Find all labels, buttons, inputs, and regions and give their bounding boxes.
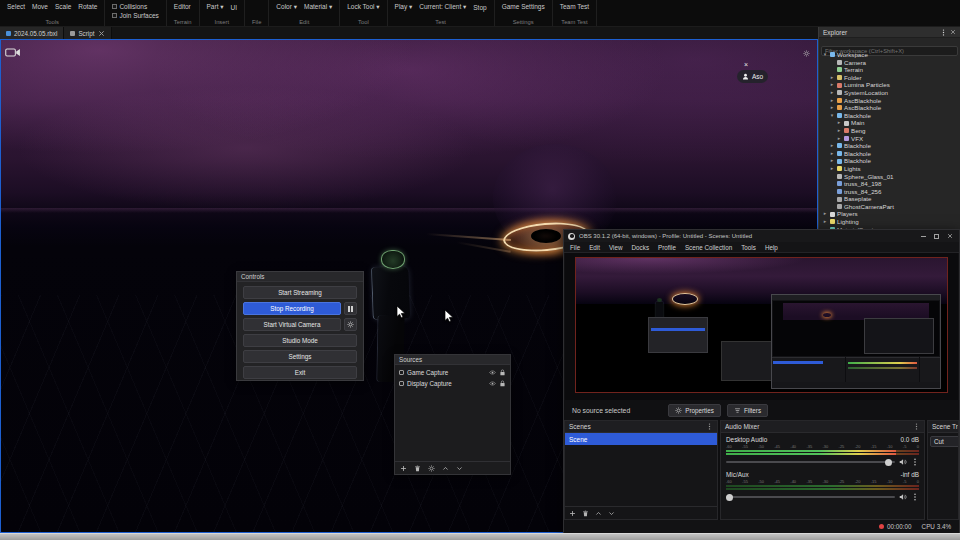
toolbar-item-move[interactable]: Move [32, 3, 48, 10]
kebab-menu-icon[interactable] [913, 423, 920, 430]
checkbox-icon[interactable] [112, 13, 117, 18]
menu-profile[interactable]: Profile [658, 244, 676, 251]
settings-button[interactable]: Settings [243, 350, 357, 363]
source-item-game-capture[interactable]: Game Capture [395, 367, 510, 378]
tree-item-blackhole[interactable]: ▸Blackhole [819, 142, 960, 150]
close-icon[interactable] [98, 30, 105, 37]
toolbar-item-scale[interactable]: Scale [55, 3, 71, 10]
tree-arrow-icon[interactable]: ▾ [822, 51, 828, 59]
tab-script[interactable]: Script [64, 27, 111, 39]
tree-item-lumina-particles[interactable]: ▸Lumina Particles [819, 81, 960, 89]
lock-icon[interactable] [499, 369, 506, 376]
checkbox-icon[interactable] [112, 4, 117, 9]
start-virtual-camera-button[interactable]: Start Virtual Camera [243, 318, 341, 331]
tree-item-blackhole[interactable]: ▾Blackhole [819, 112, 960, 120]
tree-item-blackhole[interactable]: ▸Blackhole [819, 157, 960, 165]
pause-recording-button[interactable] [344, 302, 357, 315]
eye-icon[interactable] [489, 380, 496, 387]
stop-recording-button[interactable]: Stop Recording [243, 302, 341, 315]
kebab-icon[interactable] [911, 493, 919, 501]
plus-icon[interactable] [400, 465, 407, 472]
tree-arrow-icon[interactable]: ▸ [829, 157, 835, 165]
chevdown-icon[interactable] [456, 465, 463, 472]
transition-select[interactable]: Cut [930, 436, 959, 447]
toolbar-item-ui[interactable]: UI [231, 4, 238, 11]
tree-item-beng[interactable]: ▸Beng [819, 127, 960, 135]
source-item-display-capture[interactable]: Display Capture [395, 378, 510, 389]
menu-view[interactable]: View [609, 244, 623, 251]
tab-2024-05-05-rbxl[interactable]: 2024.05.05.rbxl [0, 27, 64, 39]
tree-arrow-icon[interactable]: ▸ [829, 89, 835, 97]
tree-item-systemlocation[interactable]: ▸SystemLocation [819, 89, 960, 97]
tree-arrow-icon[interactable]: ▸ [822, 218, 828, 226]
speaker-icon[interactable] [899, 458, 907, 466]
tree-arrow-icon[interactable]: ▸ [829, 165, 835, 173]
menu-scene-collection[interactable]: Scene Collection [685, 244, 732, 251]
tree-arrow-icon[interactable]: ▸ [829, 81, 835, 89]
toolbar-item-join-surfaces[interactable]: Join Surfaces [112, 12, 158, 19]
virtual-camera-config-button[interactable] [344, 318, 357, 331]
tree-item-lighting[interactable]: ▸Lighting [819, 218, 960, 226]
tree-arrow-icon[interactable]: ▸ [836, 135, 842, 143]
tree-item-lights[interactable]: ▸Lights [819, 165, 960, 173]
filters-button[interactable]: Filters [727, 404, 768, 417]
volume-slider[interactable] [726, 496, 895, 498]
tree-item-players[interactable]: ▸Players [819, 210, 960, 218]
properties-button[interactable]: Properties [668, 404, 721, 417]
tree-arrow-icon[interactable]: ▸ [836, 127, 842, 135]
scene-list-item[interactable]: Scene [565, 433, 717, 445]
obs-preview-frame[interactable] [575, 257, 948, 393]
viewport-gear-icon[interactable] [803, 43, 811, 51]
toolbar-item-editor[interactable]: Editor [174, 3, 191, 10]
tree-arrow-icon[interactable]: ▸ [829, 97, 835, 105]
taskbar[interactable] [0, 533, 960, 540]
toolbar-item-game-settings[interactable]: Game Settings [502, 3, 545, 10]
tree-arrow-icon[interactable]: ▸ [829, 104, 835, 112]
toolbar-item-play[interactable]: Play ▾ [395, 3, 413, 11]
gear-icon[interactable] [803, 50, 810, 57]
menu-help[interactable]: Help [765, 244, 778, 251]
tree-item-terrain[interactable]: Terrain [819, 66, 960, 74]
minimize-icon[interactable] [921, 236, 926, 237]
tree-arrow-icon[interactable]: ▸ [822, 210, 828, 218]
tree-item-workspace[interactable]: ▾Workspace [819, 51, 960, 59]
kebab-menu-icon[interactable] [940, 29, 947, 36]
menu-file[interactable]: File [570, 244, 580, 251]
trash-icon[interactable] [582, 510, 589, 517]
volume-slider-knob[interactable] [726, 494, 733, 501]
volume-slider[interactable] [726, 461, 895, 463]
toolbar-item-collisions[interactable]: Collisions [112, 3, 147, 10]
exit-button[interactable]: Exit [243, 366, 357, 379]
tree-item-main[interactable]: ▸Main [819, 119, 960, 127]
obs-preview[interactable] [565, 253, 958, 400]
trash-icon[interactable] [414, 465, 421, 472]
tree-item-blackhole[interactable]: ▸Blackhole [819, 150, 960, 158]
tree-item-baseplate[interactable]: Baseplate [819, 195, 960, 203]
chevup-icon[interactable] [442, 465, 449, 472]
obs-title-bar[interactable]: OBS 30.1.2 (64-bit, windows) - Profile: … [564, 230, 959, 242]
eye-icon[interactable] [489, 369, 496, 376]
toolbar-item-current-client[interactable]: Current: Client ▾ [419, 3, 466, 11]
chevup-icon[interactable] [595, 510, 602, 517]
plus-icon[interactable] [569, 510, 576, 517]
start-streaming-button[interactable]: Start Streaming [243, 286, 357, 299]
menu-edit[interactable]: Edit [589, 244, 600, 251]
chevdown-icon[interactable] [608, 510, 615, 517]
tree-item-truss-84-256[interactable]: truss_84_256 [819, 188, 960, 196]
studio-mode-button[interactable]: Studio Mode [243, 334, 357, 347]
tree-item-vfx[interactable]: ▸VFX [819, 135, 960, 143]
tree-item-folder[interactable]: ▸Folder [819, 74, 960, 82]
toolbar-item-stop[interactable]: Stop [473, 4, 486, 11]
tree-arrow-icon[interactable]: ▸ [829, 142, 835, 150]
toolbar-item-rotate[interactable]: Rotate [78, 3, 97, 10]
tree-arrow-icon[interactable]: ▾ [829, 112, 835, 120]
volume-slider-knob[interactable] [885, 459, 892, 466]
tree-arrow-icon[interactable]: ▸ [836, 119, 842, 127]
close-icon[interactable] [947, 233, 953, 239]
menu-tools[interactable]: Tools [741, 244, 756, 251]
toolbar-item-color[interactable]: Color ▾ [276, 3, 297, 11]
tree-item-ascblackhole[interactable]: ▸AscBlackhole [819, 104, 960, 112]
toolbar-item-lock-tool[interactable]: Lock Tool ▾ [347, 3, 379, 11]
lock-icon[interactable] [499, 380, 506, 387]
kebab-icon[interactable] [911, 458, 919, 466]
